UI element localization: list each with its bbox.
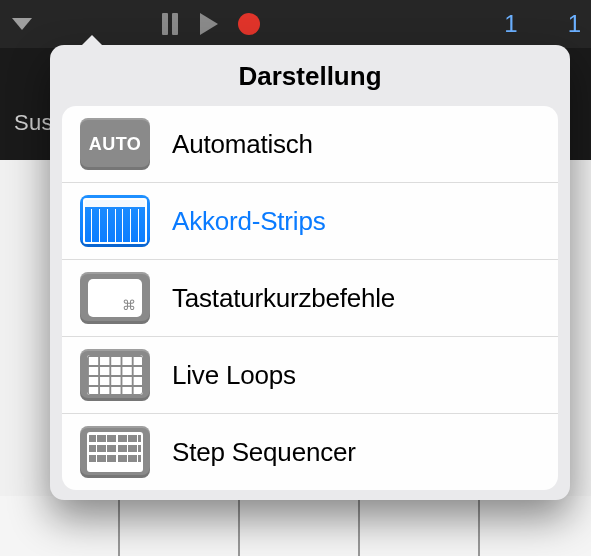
chord-strips-icon bbox=[80, 195, 150, 247]
step-sequencer-icon bbox=[80, 426, 150, 478]
menu-item-label: Akkord-Strips bbox=[172, 206, 325, 237]
menu-item-shortcuts[interactable]: ⌘ Tastaturkurzbefehle bbox=[62, 260, 558, 337]
menu-item-label: Automatisch bbox=[172, 129, 313, 160]
position-display: 1 1 bbox=[504, 0, 591, 48]
play-icon[interactable] bbox=[200, 13, 218, 35]
menu-item-live-loops[interactable]: Live Loops bbox=[62, 337, 558, 414]
popover-title: Darstellung bbox=[50, 45, 570, 106]
menu-item-auto[interactable]: AUTO Automatisch bbox=[62, 106, 558, 183]
record-icon[interactable] bbox=[238, 13, 260, 35]
auto-icon: AUTO bbox=[80, 118, 150, 170]
transport-controls bbox=[162, 13, 260, 35]
menu-item-label: Live Loops bbox=[172, 360, 296, 391]
menu-item-label: Step Sequencer bbox=[172, 437, 356, 468]
auto-icon-label: AUTO bbox=[89, 134, 142, 155]
view-popover: Darstellung AUTO Automatisch Akkord-Stri… bbox=[50, 45, 570, 500]
keyboard-shortcut-icon: ⌘ bbox=[80, 272, 150, 324]
grid-icon bbox=[80, 349, 150, 401]
chevron-down-icon[interactable] bbox=[12, 18, 32, 30]
view-menu: AUTO Automatisch Akkord-Strips ⌘ Tastatu… bbox=[62, 106, 558, 490]
bar-number: 1 bbox=[504, 10, 517, 38]
command-icon: ⌘ bbox=[122, 297, 136, 313]
menu-item-step-sequencer[interactable]: Step Sequencer bbox=[62, 414, 558, 490]
menu-item-label: Tastaturkurzbefehle bbox=[172, 283, 395, 314]
menu-item-chord-strips[interactable]: Akkord-Strips bbox=[62, 183, 558, 260]
pause-icon[interactable] bbox=[162, 13, 180, 35]
beat-number: 1 bbox=[568, 10, 581, 38]
